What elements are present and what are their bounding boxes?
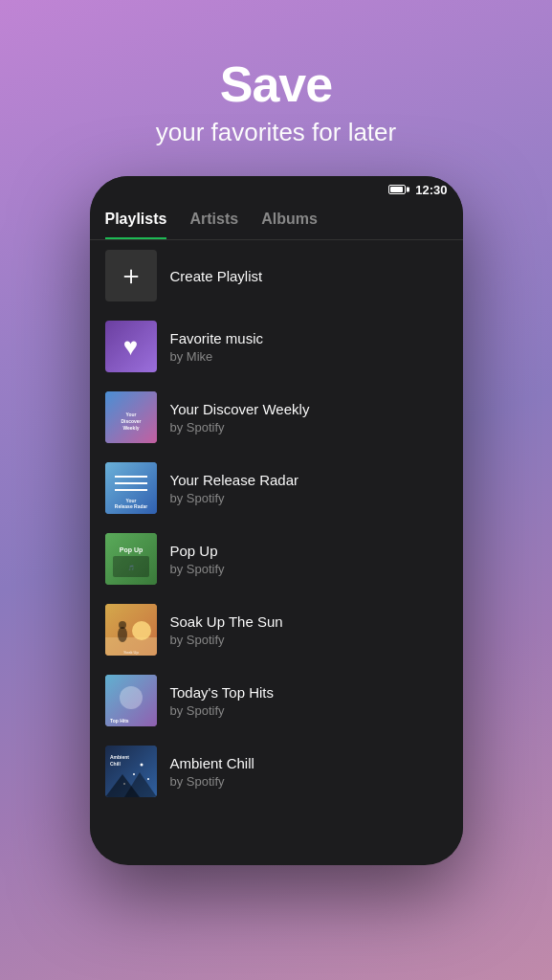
svg-text:Ambient: Ambient bbox=[110, 754, 129, 760]
tab-artists[interactable]: Artists bbox=[189, 211, 238, 239]
svg-point-18 bbox=[119, 621, 126, 629]
top-hits-name: Today's Top Hits bbox=[170, 684, 274, 701]
favorite-music-item[interactable]: ♥ Favorite music by Mike bbox=[90, 311, 463, 382]
svg-point-21 bbox=[120, 686, 143, 709]
svg-text:Weekly: Weekly bbox=[122, 425, 139, 431]
status-icons: 12:30 bbox=[388, 183, 447, 197]
popup-sub: by Spotify bbox=[170, 562, 225, 576]
favorite-music-sub: by Mike bbox=[170, 349, 264, 364]
svg-point-28 bbox=[147, 778, 149, 780]
svg-text:Chill: Chill bbox=[110, 761, 121, 767]
status-time: 12:30 bbox=[415, 183, 447, 197]
soak-sun-item[interactable]: Soak Up Soak Up The Sun by Spotify bbox=[90, 594, 463, 665]
tab-playlists[interactable]: Playlists bbox=[105, 211, 167, 239]
svg-text:Pop Up: Pop Up bbox=[119, 546, 143, 554]
plus-icon: ＋ bbox=[118, 257, 144, 294]
discover-weekly-item[interactable]: Your Discover Weekly Your Discover Weekl… bbox=[90, 382, 463, 453]
phone-frame: 12:30 Playlists Artists Albums ＋ Create … bbox=[90, 176, 463, 865]
ambient-chill-item[interactable]: Ambient Chill Ambient Chill by Spotify bbox=[90, 736, 463, 807]
svg-point-16 bbox=[132, 621, 151, 640]
status-bar: 12:30 bbox=[90, 176, 463, 203]
popup-thumb: Pop Up 🎵 bbox=[105, 533, 157, 585]
top-hits-item[interactable]: Top Hits Today's Top Hits by Spotify bbox=[90, 665, 463, 736]
discover-weekly-sub: by Spotify bbox=[170, 420, 310, 434]
svg-text:Your: Your bbox=[125, 412, 136, 417]
top-hits-info: Today's Top Hits by Spotify bbox=[170, 684, 274, 718]
discover-weekly-thumb: Your Discover Weekly bbox=[105, 391, 157, 443]
svg-text:Discover: Discover bbox=[121, 418, 141, 424]
top-hits-sub: by Spotify bbox=[170, 703, 274, 718]
svg-text:Soak Up: Soak Up bbox=[123, 650, 139, 655]
discover-weekly-info: Your Discover Weekly by Spotify bbox=[170, 401, 310, 434]
ambient-chill-sub: by Spotify bbox=[170, 774, 254, 789]
release-radar-name: Your Release Radar bbox=[170, 472, 299, 488]
svg-point-17 bbox=[118, 627, 127, 642]
soak-sun-info: Soak Up The Sun by Spotify bbox=[170, 613, 283, 647]
ambient-chill-info: Ambient Chill by Spotify bbox=[170, 755, 254, 789]
popup-item[interactable]: Pop Up 🎵 Pop Up by Spotify bbox=[90, 523, 463, 594]
release-radar-item[interactable]: Your Release Radar Your Release Radar by… bbox=[90, 453, 463, 523]
tabs-bar: Playlists Artists Albums bbox=[90, 203, 463, 240]
soak-sun-thumb: Soak Up bbox=[105, 604, 157, 656]
create-playlist-info: Create Playlist bbox=[170, 268, 263, 284]
create-playlist-item[interactable]: ＋ Create Playlist bbox=[90, 240, 463, 311]
favorite-music-thumb: ♥ bbox=[105, 321, 157, 372]
svg-point-26 bbox=[133, 773, 135, 775]
playlist-list: ＋ Create Playlist ♥ Favorite music by Mi… bbox=[90, 240, 463, 858]
release-radar-thumb: Your Release Radar bbox=[105, 462, 157, 514]
tab-albums[interactable]: Albums bbox=[261, 211, 318, 239]
battery-icon bbox=[388, 185, 406, 194]
favorite-music-name: Favorite music bbox=[170, 330, 264, 346]
popup-info: Pop Up by Spotify bbox=[170, 543, 225, 576]
heart-icon: ♥ bbox=[123, 332, 138, 362]
favorite-music-info: Favorite music by Mike bbox=[170, 330, 264, 364]
soak-sun-name: Soak Up The Sun bbox=[170, 613, 283, 630]
create-playlist-thumb: ＋ bbox=[105, 250, 157, 301]
popup-name: Pop Up bbox=[170, 543, 225, 559]
hero-title: Save bbox=[156, 57, 396, 112]
create-playlist-label: Create Playlist bbox=[170, 268, 263, 284]
ambient-chill-thumb: Ambient Chill bbox=[105, 746, 157, 797]
hero-section: Save your favorites for later bbox=[156, 57, 396, 147]
svg-point-27 bbox=[140, 764, 143, 767]
release-radar-sub: by Spotify bbox=[170, 491, 299, 505]
soak-sun-sub: by Spotify bbox=[170, 633, 283, 647]
svg-text:🎵: 🎵 bbox=[128, 565, 135, 571]
hero-subtitle: your favorites for later bbox=[156, 118, 396, 147]
svg-text:Release Radar: Release Radar bbox=[114, 503, 147, 509]
ambient-chill-name: Ambient Chill bbox=[170, 755, 254, 771]
svg-text:Top Hits: Top Hits bbox=[110, 718, 129, 724]
top-hits-thumb: Top Hits bbox=[105, 675, 157, 726]
svg-rect-0 bbox=[105, 391, 157, 443]
discover-weekly-name: Your Discover Weekly bbox=[170, 401, 310, 417]
release-radar-info: Your Release Radar by Spotify bbox=[170, 472, 299, 505]
